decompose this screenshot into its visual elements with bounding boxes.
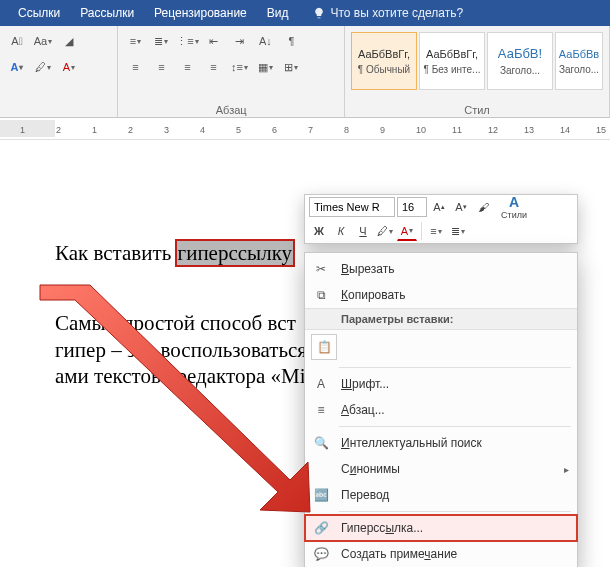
- translate-icon: 🔤: [311, 485, 331, 505]
- font-color-mini-button[interactable]: A▾: [397, 221, 417, 241]
- chevron-right-icon: ▸: [564, 464, 569, 475]
- increase-indent-button[interactable]: ⇥: [228, 30, 250, 52]
- font-group: A⃠ Aa▾ ◢ A▾ 🖊▾ A▾: [0, 26, 118, 117]
- styles-gallery[interactable]: АаБбВвГг, ¶ Обычный АаБбВвГг, ¶ Без инте…: [351, 32, 603, 90]
- paragraph-icon: ≡: [311, 400, 331, 420]
- tab-links[interactable]: Ссылки: [8, 0, 70, 26]
- ctx-paragraph[interactable]: ≡ Абзац...: [305, 397, 577, 423]
- style-heading2[interactable]: АаБбВв Заголо...: [555, 32, 603, 90]
- number-list-button[interactable]: ≣▾: [150, 30, 172, 52]
- paragraph-group: ≡▾ ≣▾ ⋮≡▾ ⇤ ⇥ A↓ ¶ ≡ ≡ ≡ ≡ ↕≡▾ ▦▾ ⊞▾ Абз…: [118, 26, 345, 117]
- styles-group: АаБбВвГг, ¶ Обычный АаБбВвГг, ¶ Без инте…: [345, 26, 610, 117]
- ctx-copy[interactable]: ⧉ Копировать: [305, 282, 577, 308]
- underline-button[interactable]: Ч: [353, 221, 373, 241]
- ctx-cut-rest: ырезать: [349, 262, 394, 276]
- context-menu: ✂ Вырезать ⧉ Копировать Параметры вставк…: [304, 252, 578, 567]
- line-spacing-button[interactable]: ↕≡▾: [228, 56, 250, 78]
- align-center-button[interactable]: ≡: [150, 56, 172, 78]
- shading-button[interactable]: ▦▾: [254, 56, 276, 78]
- ctx-comment[interactable]: 💬 Создать примечание: [305, 541, 577, 567]
- ctx-research[interactable]: 🔍 Интеллектуальный поиск: [305, 430, 577, 456]
- multilevel-list-button[interactable]: ⋮≡▾: [176, 30, 198, 52]
- bullet-list-button[interactable]: ≡▾: [124, 30, 146, 52]
- grow-font-button[interactable]: A▴: [429, 197, 449, 217]
- paragraph-group-label: Абзац: [118, 104, 344, 116]
- tab-review[interactable]: Рецензирование: [144, 0, 257, 26]
- ctx-translate[interactable]: 🔤 Перевод: [305, 482, 577, 508]
- ribbon: A⃠ Aa▾ ◢ A▾ 🖊▾ A▾ ≡▾ ≣▾ ⋮≡▾ ⇤ ⇥ A↓ ¶ ≡ ≡…: [0, 26, 610, 118]
- divider: [339, 426, 571, 427]
- ctx-synonyms[interactable]: Синонимы ▸: [305, 456, 577, 482]
- divider: [339, 367, 571, 368]
- ruler[interactable]: 12123456789101112131415: [0, 118, 610, 140]
- highlight-mini-button[interactable]: 🖊▾: [375, 221, 395, 241]
- italic-button[interactable]: К: [331, 221, 351, 241]
- ctx-hyperlink[interactable]: 🔗 Гиперссылка...: [305, 515, 577, 541]
- copy-icon: ⧉: [311, 285, 331, 305]
- decrease-indent-button[interactable]: ⇤: [202, 30, 224, 52]
- text: Как вставить: [55, 241, 177, 265]
- mini-font-input[interactable]: [309, 197, 395, 217]
- bullets-mini-button[interactable]: ≡▾: [426, 221, 446, 241]
- format-painter-button[interactable]: 🖌: [473, 197, 493, 217]
- justify-button[interactable]: ≡: [202, 56, 224, 78]
- mini-toolbar: A▴ A▾ 🖌 A Стили Ж К Ч 🖊▾ A▾ ≡▾ ≣▾: [304, 194, 578, 244]
- link-icon: 🔗: [311, 518, 331, 538]
- ctx-font[interactable]: A Шрифт...: [305, 371, 577, 397]
- sort-button[interactable]: A↓: [254, 30, 276, 52]
- tab-mailings[interactable]: Рассылки: [70, 0, 144, 26]
- search-icon: 🔍: [311, 433, 331, 453]
- styles-group-label: Стил: [345, 104, 609, 116]
- font-color-button[interactable]: A▾: [58, 56, 80, 78]
- style-normal[interactable]: АаБбВвГг, ¶ Обычный: [351, 32, 417, 90]
- show-marks-button[interactable]: ¶: [280, 30, 302, 52]
- scissors-icon: ✂: [311, 259, 331, 279]
- bold-button[interactable]: Ж: [309, 221, 329, 241]
- borders-button[interactable]: ⊞▾: [280, 56, 302, 78]
- clear-icon[interactable]: ◢: [58, 30, 80, 52]
- comment-icon: 💬: [311, 544, 331, 564]
- tell-me[interactable]: Что вы хотите сделать?: [303, 0, 474, 26]
- align-left-button[interactable]: ≡: [124, 56, 146, 78]
- style-heading1[interactable]: АаБбВ! Заголо...: [487, 32, 553, 90]
- mini-styles-button[interactable]: A Стили: [495, 188, 533, 226]
- numbering-mini-button[interactable]: ≣▾: [448, 221, 468, 241]
- synonyms-icon: [311, 459, 331, 479]
- shrink-font-button[interactable]: A▾: [451, 197, 471, 217]
- tab-view[interactable]: Вид: [257, 0, 299, 26]
- ribbon-tabs: Ссылки Рассылки Рецензирование Вид Что в…: [0, 0, 610, 26]
- clipboard-icon: 📋: [311, 334, 337, 360]
- font-icon: A: [311, 374, 331, 394]
- ctx-cut[interactable]: ✂ Вырезать: [305, 256, 577, 282]
- align-right-button[interactable]: ≡: [176, 56, 198, 78]
- bulb-icon: [313, 7, 325, 19]
- highlight-button[interactable]: 🖊▾: [32, 56, 54, 78]
- change-case-button[interactable]: Aa▾: [32, 30, 54, 52]
- clear-format-button[interactable]: A⃠: [6, 30, 28, 52]
- ctx-paste-header: Параметры вставки:: [305, 308, 577, 330]
- style-no-spacing[interactable]: АаБбВвГг, ¶ Без инте...: [419, 32, 485, 90]
- divider: [339, 511, 571, 512]
- selected-text[interactable]: гиперссылку: [177, 241, 294, 265]
- text-effects-button[interactable]: A▾: [6, 56, 28, 78]
- mini-size-input[interactable]: [397, 197, 427, 217]
- ctx-paste-option[interactable]: 📋: [305, 330, 577, 364]
